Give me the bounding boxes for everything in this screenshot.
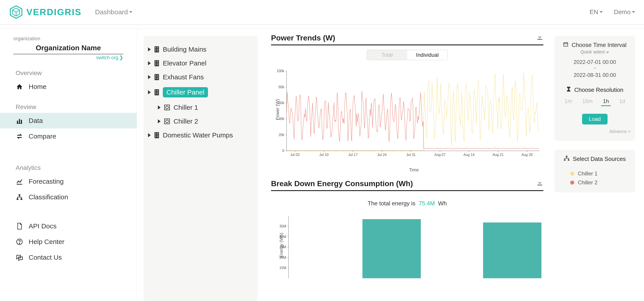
sidebar-item-data[interactable]: Data <box>0 113 137 128</box>
sidebar-item-label: Contact Us <box>28 254 62 261</box>
switch-org-link[interactable]: switch org❯ <box>0 55 137 60</box>
total-energy-value: 75.4M <box>418 200 435 207</box>
tree-item-exhaust-fans[interactable]: Exhaust Fans <box>148 70 253 84</box>
svg-text:20k: 20k <box>278 133 284 137</box>
sidebar-item-help-center[interactable]: Help Center <box>0 234 137 250</box>
hourglass-icon <box>566 86 571 94</box>
sidebar-item-label: API Docs <box>28 222 56 230</box>
sidebar-item-compare[interactable]: Compare <box>0 128 137 144</box>
tree-label: Domestic Water Pumps <box>163 131 233 139</box>
building-icon <box>154 73 160 81</box>
tree-item-elevator-panel[interactable]: Elevator Panel <box>148 56 253 70</box>
caret-right-icon <box>148 61 151 65</box>
download-icon[interactable] <box>536 179 544 188</box>
tree-item-building-mains[interactable]: Building Mains <box>148 42 253 56</box>
legend-chiller-2[interactable]: Chiller 2 <box>559 177 630 186</box>
language-label: EN <box>590 8 598 16</box>
caret-right-icon <box>148 133 151 137</box>
svg-rect-26 <box>157 61 158 62</box>
svg-point-16 <box>19 243 20 244</box>
date-start[interactable]: 2022-07-01 00:00 <box>559 59 630 65</box>
sidebar-item-classification[interactable]: Classification <box>0 189 137 205</box>
tree-label: Building Mains <box>163 45 206 53</box>
svg-rect-24 <box>154 60 159 66</box>
device-icon <box>164 118 170 125</box>
svg-text:Aug 14: Aug 14 <box>464 153 475 157</box>
help-icon <box>16 238 23 246</box>
chevron-right-icon: ❯ <box>119 55 123 60</box>
brand-name: VERDIGRIS <box>26 7 82 17</box>
download-icon[interactable] <box>536 33 544 42</box>
tree-item-chiller-2[interactable]: Chiller 2 <box>148 114 253 128</box>
date-end[interactable]: 2022-08-31 00:00 <box>559 72 630 78</box>
caret-down-icon <box>600 11 603 13</box>
sidebar-item-api-docs[interactable]: API Docs <box>0 218 137 234</box>
tree-item-chiller-1[interactable]: Chiller 1 <box>148 101 253 114</box>
svg-rect-56 <box>537 39 542 40</box>
building-icon <box>154 60 160 67</box>
sidebar-item-contact-us[interactable]: Contact Us <box>0 250 137 265</box>
svg-rect-108 <box>564 159 566 160</box>
svg-text:100k: 100k <box>276 69 284 73</box>
svg-rect-107 <box>566 156 568 157</box>
calendar-icon <box>563 41 568 48</box>
language-dropdown[interactable]: EN <box>590 8 603 16</box>
sidebar-item-forecasting[interactable]: Forecasting <box>0 174 137 189</box>
brand-logo[interactable]: VERDIGRIS <box>9 5 82 19</box>
content-area: Power Trends (W) Total Individual Power … <box>264 29 550 301</box>
svg-rect-54 <box>156 136 156 137</box>
section-analytics: Analytics <box>0 144 137 174</box>
power-trends-title: Power Trends (W) <box>271 33 335 42</box>
svg-text:Jul 31: Jul 31 <box>406 153 416 157</box>
verdigris-logo-icon <box>9 5 23 19</box>
legend-chiller-1[interactable]: Chiller 1 <box>559 168 630 177</box>
svg-rect-37 <box>157 78 158 79</box>
file-icon <box>16 222 23 230</box>
legend-label: Chiller 2 <box>578 179 598 186</box>
tree-item-chiller-panel[interactable]: Chiller Panel <box>148 84 253 101</box>
res-1m[interactable]: 1m <box>562 97 574 106</box>
svg-rect-32 <box>156 75 156 76</box>
org-name: Organization Name <box>14 44 123 54</box>
svg-rect-5 <box>21 120 22 123</box>
toggle-total[interactable]: Total <box>367 50 407 60</box>
res-15m[interactable]: 15m <box>580 97 594 106</box>
caret-right-icon <box>158 105 160 109</box>
sidebar-item-label: Help Center <box>28 238 64 246</box>
caret-right-icon <box>148 47 151 51</box>
svg-rect-101 <box>362 219 421 278</box>
user-dropdown[interactable]: Demo <box>614 8 635 16</box>
svg-rect-53 <box>157 135 158 136</box>
sidebar-item-label: Home <box>28 83 46 90</box>
svg-text:Aug 28: Aug 28 <box>522 153 533 157</box>
svg-rect-4 <box>19 119 20 123</box>
caret-down-icon <box>129 11 132 13</box>
time-interval-card: Choose Time Interval Quick select 2022-0… <box>554 36 635 141</box>
tree-item-domestic-water-pumps[interactable]: Domestic Water Pumps <box>148 128 253 142</box>
nav-dashboard-dropdown[interactable]: Dashboard <box>95 8 132 16</box>
load-button[interactable]: Load <box>582 114 607 124</box>
building-icon <box>154 89 160 96</box>
bar-chart-icon <box>16 117 23 124</box>
advance-link[interactable]: Advance > <box>559 129 630 134</box>
svg-rect-19 <box>157 47 158 48</box>
svg-rect-9 <box>17 198 18 200</box>
svg-rect-52 <box>156 135 156 136</box>
tree-label: Chiller Panel <box>163 87 208 97</box>
res-1h[interactable]: 1h <box>601 97 611 106</box>
res-1d[interactable]: 1d <box>618 97 627 106</box>
caret-down-icon <box>632 11 635 13</box>
caret-right-icon <box>158 119 160 123</box>
sidebar-item-label: Compare <box>28 132 56 140</box>
section-review: Review <box>0 94 137 113</box>
sidebar-item-home[interactable]: Home <box>0 79 137 94</box>
svg-text:Aug 21: Aug 21 <box>492 153 504 157</box>
user-label: Demo <box>614 8 630 16</box>
svg-rect-39 <box>156 90 156 91</box>
time-interval-title: Choose Time Interval <box>572 41 626 48</box>
svg-text:Jul 10: Jul 10 <box>319 153 329 157</box>
sidebar-item-label: Forecasting <box>28 178 64 185</box>
chart-ylabel: Energy (Wh) <box>279 233 284 258</box>
toggle-individual[interactable]: Individual <box>407 50 448 60</box>
quick-select-dropdown[interactable]: Quick select <box>559 49 630 54</box>
